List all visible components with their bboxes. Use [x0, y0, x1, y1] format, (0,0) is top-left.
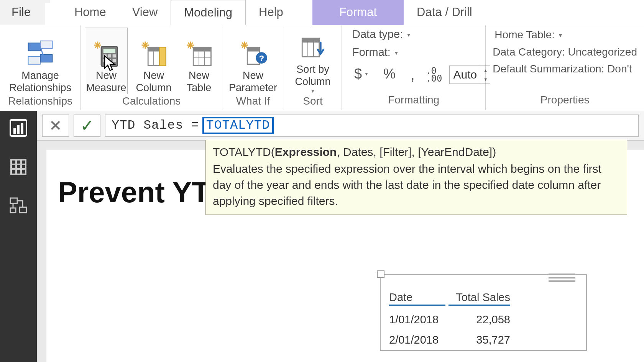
new-column-button[interactable]: New Column	[132, 28, 175, 94]
svg-rect-30	[193, 47, 211, 51]
svg-rect-0	[28, 43, 40, 51]
svg-rect-47	[13, 128, 16, 134]
svg-rect-43	[302, 38, 319, 43]
measure-icon	[92, 39, 120, 68]
group-calculations: New Measure New Column	[81, 25, 222, 110]
group-caption-whatif: What If	[226, 94, 280, 110]
group-caption-sort: Sort	[288, 94, 338, 110]
column-icon	[140, 39, 168, 68]
col-date[interactable]: Date	[388, 289, 447, 310]
svg-rect-55	[10, 198, 17, 203]
thousands-separator-button[interactable]: ,	[406, 64, 419, 85]
table-row[interactable]: 2/01/2018 35,727	[388, 330, 512, 350]
table-visual[interactable]: Date Total Sales 1/01/2018 22,058 2/01/2…	[380, 274, 587, 351]
svg-rect-15	[108, 59, 111, 62]
percent-format-button[interactable]: %	[380, 66, 399, 84]
formula-accept-button[interactable]: ✓	[74, 115, 100, 137]
new-measure-button[interactable]: New Measure	[85, 28, 128, 94]
svg-rect-50	[11, 160, 26, 174]
tab-file[interactable]: File	[0, 0, 45, 25]
svg-rect-10	[104, 49, 115, 53]
drag-handle[interactable]	[549, 274, 575, 282]
group-caption-formatting: Formatting	[346, 93, 481, 108]
decimal-places-icon: .0.00	[426, 67, 442, 82]
svg-rect-3	[40, 54, 52, 62]
resize-handle-nw[interactable]	[377, 270, 384, 278]
group-caption-properties: Properties	[490, 93, 640, 108]
svg-rect-23	[159, 47, 166, 66]
formula-cancel-button[interactable]: ✕	[42, 115, 69, 137]
sort-icon	[299, 33, 327, 62]
sales-table: Date Total Sales 1/01/2018 22,058 2/01/2…	[388, 289, 512, 350]
data-category-dropdown[interactable]: Data Category: Uncategorized	[493, 46, 637, 58]
tab-modeling[interactable]: Modeling	[171, 0, 246, 25]
svg-rect-56	[20, 207, 26, 213]
model-view-icon[interactable]	[9, 197, 28, 216]
report-view-icon[interactable]	[9, 118, 28, 138]
home-table-dropdown[interactable]: Home Table:	[493, 28, 565, 41]
table-icon	[185, 39, 213, 68]
svg-rect-12	[108, 54, 111, 57]
svg-rect-48	[17, 125, 20, 134]
formula-input[interactable]: YTD Sales = TOTALYTD	[105, 115, 639, 137]
new-table-button[interactable]: New Table	[180, 28, 218, 94]
group-caption-calculations: Calculations	[85, 94, 218, 110]
manage-relationships-button[interactable]: Manage Relationships	[4, 28, 77, 94]
svg-text:?: ?	[259, 54, 264, 63]
parameter-icon: ?	[239, 39, 267, 68]
currency-format-button[interactable]: $	[350, 66, 373, 84]
tab-view[interactable]: View	[119, 0, 171, 25]
svg-rect-39	[247, 47, 259, 51]
col-total-sales[interactable]: Total Sales	[447, 289, 512, 310]
svg-rect-2	[28, 56, 40, 64]
table-row[interactable]: 1/01/2018 22,058	[388, 310, 512, 330]
group-caption-relationships: Relationships	[4, 94, 77, 110]
data-view-icon[interactable]	[9, 157, 28, 177]
group-whatif: ? New Parameter What If	[222, 25, 284, 110]
formula-bar: ✕ ✓ YTD Sales = TOTALYTD	[37, 111, 644, 141]
intellisense-tooltip: TOTALYTD(Expression, Dates, [Filter], [Y…	[205, 140, 627, 215]
chevron-down-icon: ▼	[310, 88, 315, 94]
svg-rect-16	[113, 59, 116, 62]
format-dropdown[interactable]: Format:	[350, 46, 401, 59]
tab-format[interactable]: Format	[312, 0, 404, 25]
view-rail	[0, 111, 37, 362]
svg-rect-1	[40, 41, 52, 49]
new-parameter-button[interactable]: ? New Parameter	[226, 28, 280, 94]
svg-rect-14	[104, 59, 107, 62]
group-relationships: Manage Relationships Relationships	[0, 25, 81, 110]
ribbon-tabs: File Home View Modeling Help Format Data…	[0, 0, 644, 25]
group-properties: Home Table: Data Category: Uncategorized…	[486, 25, 644, 110]
tab-home[interactable]: Home	[61, 0, 119, 25]
formula-highlight-token: TOTALYTD	[202, 117, 274, 134]
sort-by-column-button[interactable]: Sort by Column ▼	[288, 28, 338, 94]
tab-help[interactable]: Help	[246, 0, 296, 25]
group-formatting: Data type: Format: $ % , .0.00 Auto ▲▼ F…	[342, 25, 486, 110]
relationships-icon	[26, 39, 54, 68]
tooltip-signature: TOTALYTD(Expression, Dates, [Filter], [Y…	[213, 144, 620, 160]
tab-data-drill[interactable]: Data / Drill	[404, 0, 485, 25]
svg-rect-11	[104, 54, 107, 57]
data-type-dropdown[interactable]: Data type:	[350, 28, 413, 41]
default-summarization-dropdown[interactable]: Default Summarization: Don't	[493, 63, 632, 75]
svg-rect-49	[21, 123, 23, 134]
ribbon: Manage Relationships Relationships	[0, 25, 644, 110]
svg-rect-57	[10, 208, 16, 213]
group-sort: Sort by Column ▼ Sort	[284, 25, 342, 110]
decimal-places-auto[interactable]: Auto ▲▼	[449, 66, 491, 84]
svg-rect-13	[113, 54, 116, 57]
tooltip-description: Evaluates the specified expression over …	[213, 161, 620, 209]
